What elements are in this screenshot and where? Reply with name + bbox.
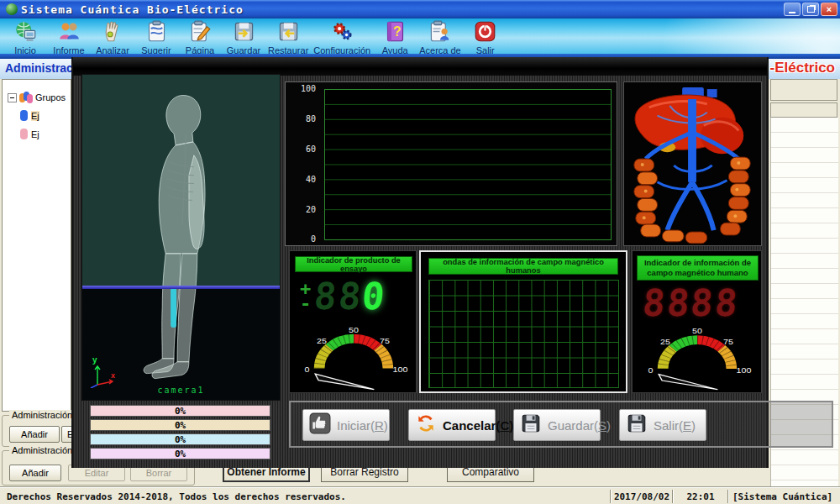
close-button[interactable]: × xyxy=(821,3,837,16)
status-bar: Derechos Reservados 2014-2018, Todos los… xyxy=(0,487,840,504)
save-button[interactable]: Guardar(S) xyxy=(513,409,601,441)
cancel-refresh-icon xyxy=(415,412,437,438)
toolbar-item-restaurar[interactable]: Restaurar xyxy=(265,20,311,55)
svg-text:100: 100 xyxy=(737,366,752,375)
groupbox-title: Administración xyxy=(9,410,75,420)
home-computer-icon xyxy=(14,20,37,46)
svg-text:25: 25 xyxy=(317,337,327,345)
led-digit: 8 xyxy=(337,278,364,315)
toolbar-item-guardar[interactable]: Guardar xyxy=(222,20,265,55)
progress-bar-2: 0% xyxy=(90,419,270,431)
toolbar-item-configuracion[interactable]: Configuración xyxy=(311,20,373,55)
toolbar-item-sugerir[interactable]: Sugerir xyxy=(134,20,178,55)
body-3d-viewport[interactable]: y x camera1 xyxy=(81,74,281,401)
led-digit: 8 xyxy=(641,285,668,322)
tree-item-label: Ej xyxy=(31,129,39,139)
gauge-needle xyxy=(659,375,717,390)
window-title: Sistema Cuántica Bio-Eléctrico xyxy=(21,3,782,16)
svg-text:0: 0 xyxy=(305,365,310,374)
svg-text:?: ? xyxy=(393,24,402,39)
application-window: Sistema Cuántica Bio-Eléctrico × Inicio … xyxy=(0,0,840,504)
exit-button[interactable]: Salir(E) xyxy=(619,409,706,441)
tree-item-2[interactable]: Ej xyxy=(3,125,71,144)
magnetic-waves-panel: ondas de información de campo magnético … xyxy=(419,250,627,393)
svg-text:25: 25 xyxy=(660,338,670,346)
app-banner-right: -Eléctrico xyxy=(770,60,835,76)
progress-bar-4: 0% xyxy=(90,448,270,459)
toolbar-item-inicio[interactable]: Inicio xyxy=(3,20,47,55)
gears-icon xyxy=(331,20,354,46)
led-display-product: +- 8 8 0 xyxy=(300,278,386,315)
svg-text:x: x xyxy=(111,371,115,380)
page-pencil-icon xyxy=(189,20,212,46)
status-date: 2017/08/02 xyxy=(612,491,672,502)
waveform-chart: 100 80 60 40 20 0 xyxy=(285,81,617,246)
overlay-header-bar xyxy=(73,57,767,76)
y-axis-tick: 40 xyxy=(286,175,316,184)
led-digit: 8 xyxy=(665,285,692,322)
toolbar-item-pagina[interactable]: Página xyxy=(178,20,222,55)
human-body-model xyxy=(82,75,280,400)
status-app-name: [Sistema Cuántica] xyxy=(729,491,840,502)
main-toolbar: Inicio Informe Analizar Sugerir Página G… xyxy=(0,18,840,54)
tree-root-label: Grupos xyxy=(35,92,66,102)
y-axis-tick: 20 xyxy=(286,205,316,214)
test-product-indicator: Indicador de producto de ensayo +- 8 8 0… xyxy=(289,250,417,393)
toolbar-item-acerca-de[interactable]: Acerca de xyxy=(417,20,464,55)
toolbar-item-informe[interactable]: Informe xyxy=(47,20,91,55)
tree-collapse-icon[interactable] xyxy=(8,93,17,102)
progress-bar-1: 0% xyxy=(90,405,270,417)
toolbar-item-salir[interactable]: Salir xyxy=(464,20,507,55)
waves-title-banner: ondas de información de campo magnético … xyxy=(428,258,618,275)
svg-text:50: 50 xyxy=(349,325,359,333)
organs-illustration xyxy=(624,82,761,245)
status-time: 22:01 xyxy=(674,491,727,502)
add-button[interactable]: Añadir xyxy=(9,465,61,481)
grid-header-block xyxy=(770,79,837,101)
action-button-bar: Iniciar(R) Cancelar(C) Guardar(S) Salir(… xyxy=(289,401,833,448)
restore-icon xyxy=(807,6,815,13)
person-blue-icon xyxy=(19,110,29,122)
indicator-title-banner: Indicador de información de campo magnét… xyxy=(637,255,759,281)
svg-text:50: 50 xyxy=(692,327,702,335)
toolbar-item-analizar[interactable]: Analizar xyxy=(91,20,134,55)
toolbar-item-ayuda[interactable]: ? Ayuda xyxy=(373,20,417,55)
indicator-title-banner: Indicador de producto de ensayo xyxy=(295,256,412,272)
floppy-icon xyxy=(626,412,648,438)
tree-root-grupos[interactable]: Grupos xyxy=(3,88,71,107)
minimize-button[interactable] xyxy=(784,3,801,16)
hand-analyze-icon xyxy=(102,20,124,46)
led-digit: 0 xyxy=(360,278,387,315)
led-digit: 8 xyxy=(312,278,339,315)
led-display-field: 8 8 8 8 xyxy=(643,285,738,322)
group-people-icon xyxy=(19,92,33,103)
magnetic-field-indicator: Indicador de información de campo magnét… xyxy=(632,250,762,393)
add-button[interactable]: Añadir xyxy=(9,426,60,443)
camera-label: camera1 xyxy=(82,386,280,395)
cancel-button[interactable]: Cancelar(C) xyxy=(408,409,496,441)
people-report-icon xyxy=(58,20,81,46)
progress-bar-3: 0% xyxy=(90,433,270,445)
floppy-icon xyxy=(520,412,542,438)
restore-disk-icon xyxy=(277,20,300,46)
y-axis-tick: 80 xyxy=(286,114,316,123)
tree-item-1[interactable]: Ej xyxy=(3,107,71,125)
clipboard-waves-icon xyxy=(145,20,168,46)
restore-button[interactable] xyxy=(802,3,819,16)
svg-text:75: 75 xyxy=(380,337,390,345)
title-bar: Sistema Cuántica Bio-Eléctrico × xyxy=(0,0,840,18)
help-book-icon: ? xyxy=(384,20,407,46)
led-digit: 8 xyxy=(689,285,716,322)
y-axis-tick: 100 xyxy=(286,84,316,93)
led-digit: 8 xyxy=(713,285,740,322)
axis-gizmo-icon: y x xyxy=(87,354,118,388)
person-pink-icon xyxy=(19,129,29,140)
thumbs-up-icon xyxy=(309,412,331,438)
grid-subheader-block xyxy=(770,102,837,118)
gauge-product: 0 25 50 75 100 xyxy=(292,322,415,392)
about-clipboard-icon xyxy=(428,20,451,46)
minimize-icon xyxy=(789,12,795,13)
measurement-overlay-panel: y x camera1 0% 0% 0% 0% 100 80 60 40 20 … xyxy=(71,57,769,468)
copyright-text: Derechos Reservados 2014-2018, Todos los… xyxy=(0,491,610,502)
start-button[interactable]: Iniciar(R) xyxy=(302,409,390,441)
